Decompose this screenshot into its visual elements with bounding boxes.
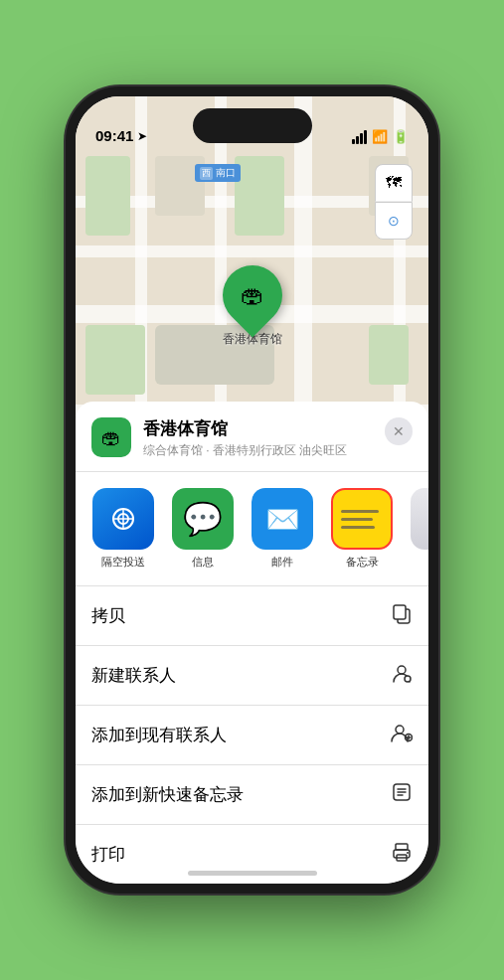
svg-point-4 <box>398 666 406 674</box>
messages-label: 信息 <box>192 555 214 570</box>
svg-rect-3 <box>394 605 406 619</box>
stadium-marker: 🏟 香港体育馆 <box>223 265 282 348</box>
notes-icon <box>331 488 393 550</box>
compass-icon: ⊙ <box>388 213 400 229</box>
note-icon <box>391 781 413 808</box>
bottom-sheet: 🏟 香港体育馆 综合体育馆 · 香港特别行政区 油尖旺区 ✕ <box>76 402 428 884</box>
status-time: 09:41 <box>95 127 133 144</box>
person-icon <box>391 662 413 689</box>
print-label: 打印 <box>91 843 125 866</box>
location-button[interactable]: ⊙ <box>375 202 413 240</box>
mail-icon: ✉️ <box>252 488 313 550</box>
stadium-pin-icon: 🏟 <box>241 281 264 309</box>
svg-point-13 <box>407 852 409 854</box>
more-icon <box>411 488 428 550</box>
share-apps-row: 隔空投送 💬 信息 ✉️ 邮件 <box>76 472 428 586</box>
notes-line-3 <box>341 526 375 529</box>
svg-rect-10 <box>396 844 408 850</box>
share-app-mail[interactable]: ✉️ 邮件 <box>247 488 318 570</box>
close-icon: ✕ <box>393 423 405 439</box>
messages-icon: 💬 <box>172 488 234 550</box>
location-subtitle: 综合体育馆 · 香港特别行政区 油尖旺区 <box>143 442 373 459</box>
location-card: 🏟 香港体育馆 综合体育馆 · 香港特别行政区 油尖旺区 ✕ <box>76 402 428 472</box>
add-existing-label: 添加到现有联系人 <box>91 724 227 746</box>
share-app-messages[interactable]: 💬 信息 <box>167 488 239 570</box>
location-arrow-icon: ➤ <box>137 129 147 143</box>
map-controls: 🗺 ⊙ <box>375 164 413 240</box>
action-quick-note[interactable]: 添加到新快速备忘录 <box>76 765 428 825</box>
notes-line-1 <box>341 510 379 513</box>
copy-label: 拷贝 <box>91 604 125 627</box>
stadium-card-icon: 🏟 <box>101 426 121 449</box>
map-icon: 🗺 <box>386 174 402 192</box>
print-icon <box>391 841 413 868</box>
wifi-icon: 📶 <box>372 129 388 144</box>
person-add-icon <box>391 722 413 748</box>
notes-icon-lines <box>333 504 391 535</box>
new-contact-label: 新建联系人 <box>91 664 176 687</box>
action-add-existing[interactable]: 添加到现有联系人 <box>76 706 428 765</box>
quick-note-label: 添加到新快速备忘录 <box>91 783 244 806</box>
home-indicator <box>188 871 317 876</box>
action-copy[interactable]: 拷贝 <box>76 586 428 646</box>
mail-label: 邮件 <box>271 555 293 570</box>
share-app-notes[interactable]: 备忘录 <box>326 488 398 570</box>
action-list: 拷贝 新建联系人 <box>76 586 428 884</box>
map-label: 西 南口 <box>195 164 241 182</box>
dynamic-island <box>193 108 312 143</box>
share-app-more[interactable]: 更多 <box>406 488 428 570</box>
notes-line-2 <box>341 518 373 521</box>
svg-point-7 <box>396 726 404 734</box>
location-card-icon: 🏟 <box>91 417 131 457</box>
map-type-button[interactable]: 🗺 <box>375 164 413 202</box>
airdrop-icon <box>92 488 154 550</box>
map-label-text: 南口 <box>216 166 236 180</box>
battery-icon: 🔋 <box>393 129 409 144</box>
location-name: 香港体育馆 <box>143 417 373 440</box>
signal-bars-icon <box>352 130 367 144</box>
copy-icon <box>391 602 413 629</box>
airdrop-label: 隔空投送 <box>101 555 145 570</box>
phone-frame: 09:41 ➤ 📶 🔋 <box>66 86 438 894</box>
stadium-pin: 🏟 <box>210 253 294 338</box>
location-info: 香港体育馆 综合体育馆 · 香港特别行政区 油尖旺区 <box>143 417 373 459</box>
close-button[interactable]: ✕ <box>385 417 413 445</box>
notes-label: 备忘录 <box>346 555 379 570</box>
share-app-airdrop[interactable]: 隔空投送 <box>87 488 159 570</box>
status-icons: 📶 🔋 <box>352 129 409 144</box>
action-new-contact[interactable]: 新建联系人 <box>76 646 428 706</box>
